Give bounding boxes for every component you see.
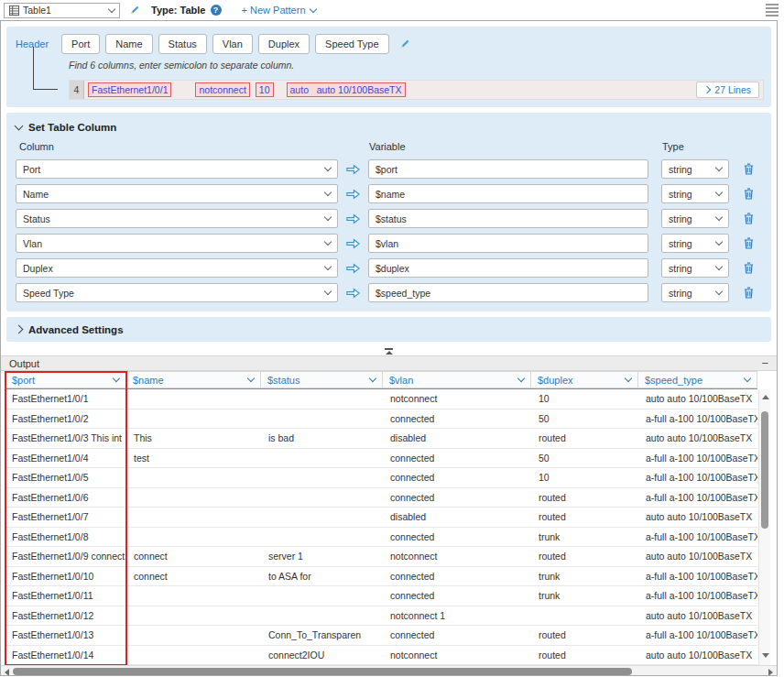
scroll-down-arrow[interactable] (762, 653, 769, 658)
table-row: FastEthernet1/0/9 connect 2connectserver… (5, 547, 757, 567)
type-select[interactable]: string (661, 184, 729, 203)
type-select[interactable]: string (661, 209, 729, 228)
output-cell: FastEthernet1/0/6 (5, 488, 126, 508)
delete-icon[interactable] (744, 163, 754, 175)
line-number: 4 (70, 81, 84, 99)
lines-count-label: 27 Lines (714, 84, 751, 95)
variable-input[interactable] (368, 209, 648, 228)
output-cell: FastEthernet1/0/11 (5, 586, 126, 606)
table-icon (9, 5, 19, 16)
chevron-down-icon (113, 375, 120, 382)
output-cell: a-full a-100 10/100BaseTX (638, 488, 757, 508)
variable-input[interactable] (368, 234, 648, 253)
minimize-output-icon[interactable]: − (761, 359, 768, 368)
menu-icon[interactable] (766, 4, 779, 16)
output-cell: trunk (531, 586, 638, 606)
column-select[interactable]: Status (16, 209, 338, 228)
output-cell: connect (126, 547, 261, 566)
variable-input[interactable] (368, 258, 648, 278)
output-cell: auto auto 10/100BaseTX (638, 606, 757, 626)
header-column-button[interactable]: Vlan (212, 34, 253, 54)
chevron-down-icon (715, 263, 723, 270)
output-column-header[interactable]: $port (5, 371, 126, 388)
output-cell: auto auto 10/100BaseTX (638, 646, 757, 665)
output-cell: trunk (531, 567, 638, 586)
output-title: Output (9, 358, 39, 369)
output-column-header[interactable]: $speed_type (638, 371, 757, 388)
delete-icon[interactable] (744, 287, 754, 299)
horizontal-scrollbar[interactable] (1, 665, 777, 676)
output-cell (126, 389, 261, 409)
scroll-right-arrow[interactable] (768, 669, 773, 676)
delete-icon[interactable] (744, 188, 754, 200)
header-connector-line (33, 47, 58, 90)
column-select[interactable]: Vlan (16, 234, 338, 253)
chevron-right-icon (703, 86, 711, 93)
type-label: Type: Table (151, 5, 206, 16)
column-select[interactable]: Speed Type (16, 283, 338, 302)
sample-line-row: 4 FastEthernet1/0/1notconnect10auto auto… (69, 80, 764, 100)
chevron-down-icon (324, 288, 332, 295)
delete-icon[interactable] (744, 213, 754, 224)
variable-label: Variable (369, 141, 662, 154)
column-mapping-row: Vlan string (16, 234, 762, 253)
column-select[interactable]: Name (16, 184, 338, 203)
scroll-up-arrow[interactable] (762, 395, 769, 399)
edit-header-icon[interactable] (398, 38, 410, 50)
column-mapping-row: Speed Type string (16, 283, 762, 302)
output-column-header[interactable]: $vlan (383, 371, 531, 388)
map-arrow-icon (345, 189, 361, 200)
output-cell: connect2IOU (261, 646, 383, 665)
edit-pattern-icon[interactable] (128, 5, 140, 16)
variable-input[interactable] (368, 184, 648, 203)
vertical-scroll-thumb[interactable] (761, 411, 768, 529)
output-column-header[interactable]: $status (261, 371, 383, 388)
output-column-header[interactable]: $name (126, 371, 261, 388)
output-column-header[interactable]: $duplex (531, 371, 638, 388)
column-select[interactable]: Duplex (16, 258, 338, 278)
output-cell: auto auto 10/100BaseTX (638, 547, 757, 566)
pattern-editor-panel: Header PortNameStatusVlanDuplexSpeed Typ… (0, 20, 778, 676)
type-select[interactable]: string (661, 234, 729, 253)
type-select[interactable]: string (661, 159, 729, 179)
scroll-left-arrow[interactable] (5, 669, 9, 676)
chevron-down-icon (324, 238, 332, 246)
chevron-down-icon (324, 213, 332, 221)
output-cell: notconnect (383, 646, 531, 665)
column-label: Column (16, 141, 369, 154)
output-cell (126, 468, 261, 487)
advanced-settings-toggle[interactable]: Advanced Settings (6, 317, 771, 342)
chevron-down-icon (309, 5, 316, 12)
map-arrow-icon (345, 213, 361, 224)
chevron-down-icon (15, 122, 24, 131)
header-column-button[interactable]: Name (105, 34, 152, 54)
output-cell: test (126, 449, 261, 468)
header-column-button[interactable]: Status (158, 34, 207, 54)
variable-input[interactable] (368, 159, 648, 179)
pattern-select[interactable]: Table1 (4, 3, 120, 18)
type-select[interactable]: string (661, 283, 729, 302)
help-icon[interactable]: ? (211, 5, 222, 16)
header-column-button[interactable]: Speed Type (315, 34, 389, 54)
output-cell: server 1 (261, 547, 383, 566)
vertical-scrollbar[interactable] (758, 389, 770, 665)
output-cell: FastEthernet1/0/7 (5, 508, 126, 527)
matched-token: notconnect (195, 82, 249, 97)
new-pattern-button[interactable]: + New Pattern (242, 5, 316, 16)
table-row: FastEthernet1/0/2connected50a-full a-100… (5, 409, 757, 430)
lines-expand-button[interactable]: 27 Lines (696, 82, 759, 98)
variable-input[interactable] (368, 283, 648, 302)
header-column-button[interactable]: Port (61, 34, 100, 54)
set-table-column-toggle[interactable]: Set Table Column (16, 120, 762, 135)
column-mapping-row: Name string (16, 184, 762, 203)
horizontal-scroll-thumb[interactable] (13, 668, 632, 675)
delete-icon[interactable] (744, 262, 754, 274)
collapse-output-icon[interactable] (1, 347, 777, 355)
output-cell: disabled (383, 508, 531, 527)
header-column-button[interactable]: Duplex (258, 34, 310, 54)
delete-icon[interactable] (744, 237, 754, 249)
column-select[interactable]: Port (16, 159, 338, 179)
type-select[interactable]: string (661, 258, 729, 278)
output-cell (126, 528, 261, 547)
chevron-down-icon (324, 189, 332, 196)
